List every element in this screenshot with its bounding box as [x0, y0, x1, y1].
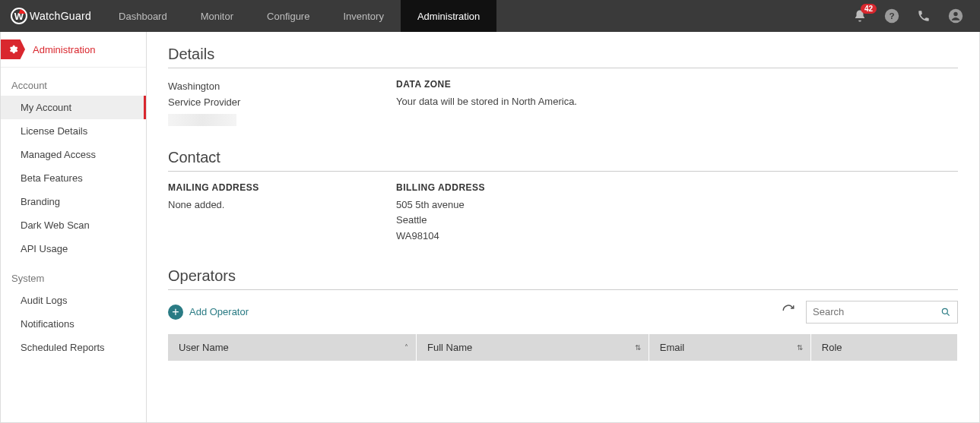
col-username[interactable]: User Name˄ — [168, 334, 417, 361]
sort-icon: ⇅ — [635, 343, 641, 352]
sidebar-item-notifications[interactable]: Notifications — [1, 312, 146, 336]
sidebar: Administration Account My Account Licens… — [1, 32, 147, 422]
col-role[interactable]: Role — [810, 334, 957, 361]
add-operator-label: Add Operator — [189, 306, 249, 317]
nav-administration[interactable]: Administration — [401, 0, 496, 32]
sidebar-header: Administration — [1, 32, 146, 68]
main-content: Details Washington Service Provider DATA… — [147, 32, 979, 422]
search-box[interactable] — [806, 301, 958, 324]
contact-title: Contact — [168, 149, 958, 172]
sidebar-item-branding[interactable]: Branding — [1, 190, 146, 213]
svg-point-3 — [953, 12, 957, 16]
billing-line2: Seattle — [396, 213, 579, 229]
svg-point-4 — [942, 308, 947, 314]
billing-line3: WA98104 — [396, 229, 579, 245]
brand-text: WatchGuard — [30, 10, 91, 22]
col-fullname[interactable]: Full Name⇅ — [417, 334, 649, 361]
sort-asc-icon: ˄ — [404, 343, 408, 352]
account-type: Service Provider — [168, 95, 350, 111]
sidebar-group-account: Account — [1, 68, 146, 96]
logo-icon: W — [11, 8, 27, 24]
notifications-badge: 42 — [861, 4, 877, 14]
data-zone-label: DATA ZONE — [396, 79, 579, 90]
sidebar-item-license-details[interactable]: License Details — [1, 119, 146, 143]
operators-table: User Name˄ Full Name⇅ Email⇅ Role — [168, 334, 958, 361]
search-input[interactable] — [813, 306, 940, 317]
nav-configure[interactable]: Configure — [250, 0, 326, 32]
main-nav: Dashboard Monitor Configure Inventory Ad… — [102, 0, 496, 32]
svg-line-5 — [947, 314, 950, 316]
nav-dashboard[interactable]: Dashboard — [102, 0, 184, 32]
col-email[interactable]: Email⇅ — [649, 334, 810, 361]
details-title: Details — [168, 46, 958, 68]
mailing-address-label: MAILING ADDRESS — [168, 182, 350, 193]
account-id-redacted — [168, 114, 236, 126]
sidebar-item-managed-access[interactable]: Managed Access — [1, 143, 146, 166]
data-zone-text: Your data will be stored in North Americ… — [396, 94, 579, 110]
search-icon — [940, 306, 951, 318]
refresh-icon[interactable] — [782, 304, 795, 320]
billing-address-label: BILLING ADDRESS — [396, 182, 579, 193]
sidebar-item-scheduled-reports[interactable]: Scheduled Reports — [1, 336, 146, 359]
sidebar-header-label: Administration — [33, 44, 95, 55]
account-name: Washington — [168, 79, 350, 95]
help-icon[interactable]: ? — [884, 8, 899, 24]
sidebar-item-beta-features[interactable]: Beta Features — [1, 166, 146, 190]
sort-icon: ⇅ — [797, 343, 803, 352]
nav-actions: 42 ? — [852, 8, 980, 24]
brand-logo[interactable]: W WatchGuard — [0, 0, 102, 32]
user-icon[interactable] — [948, 8, 963, 24]
sidebar-item-dark-web-scan[interactable]: Dark Web Scan — [1, 213, 146, 237]
plus-icon: + — [168, 305, 183, 320]
billing-line1: 505 5th avenue — [396, 197, 579, 213]
notifications-icon[interactable]: 42 — [852, 8, 867, 24]
gear-icon — [1, 39, 25, 59]
nav-inventory[interactable]: Inventory — [326, 0, 400, 32]
sidebar-item-my-account[interactable]: My Account — [1, 96, 146, 119]
topbar: W WatchGuard Dashboard Monitor Configure… — [0, 0, 980, 32]
svg-text:?: ? — [889, 11, 894, 21]
nav-monitor[interactable]: Monitor — [184, 0, 250, 32]
phone-icon[interactable] — [916, 8, 931, 24]
mailing-address-value: None added. — [168, 197, 350, 213]
sidebar-item-api-usage[interactable]: API Usage — [1, 237, 146, 260]
sidebar-group-system: System — [1, 260, 146, 289]
add-operator-button[interactable]: + Add Operator — [168, 305, 249, 320]
operators-title: Operators — [168, 267, 958, 290]
sidebar-item-audit-logs[interactable]: Audit Logs — [1, 289, 146, 312]
